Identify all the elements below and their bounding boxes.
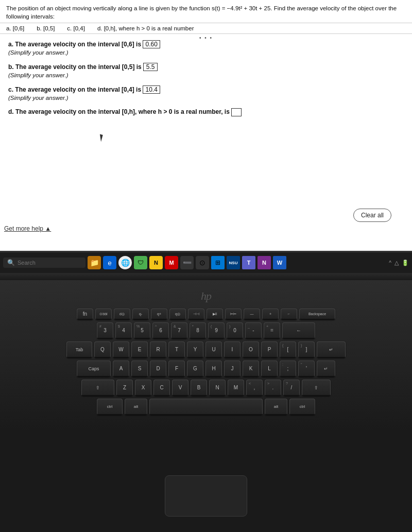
number-row: #3 $4 %5 ^6 &7 *8 (9 )0 _- += ←	[15, 322, 397, 339]
key-f1[interactable]: ⊙bbl	[95, 308, 112, 320]
laptop-bezel	[0, 273, 412, 280]
key-space[interactable]	[149, 399, 263, 415]
key-bracket-l[interactable]: {[	[280, 341, 296, 358]
key-b[interactable]: B	[191, 380, 207, 396]
key-c[interactable]: C	[153, 380, 170, 396]
tray-caret[interactable]: ^	[389, 260, 391, 266]
taskbar-icon-word[interactable]: W	[273, 256, 286, 269]
key-a[interactable]: A	[113, 361, 129, 377]
key-g[interactable]: G	[187, 361, 203, 377]
key-f9[interactable]: —	[244, 308, 260, 320]
taskbar-icon-file[interactable]: 📁	[88, 256, 101, 269]
key-slash[interactable]: ?/	[283, 380, 300, 396]
key-f3[interactable]: q-	[132, 308, 149, 320]
touchpad[interactable]	[165, 475, 247, 517]
key-k[interactable]: K	[243, 361, 259, 377]
key-enter2[interactable]: ↵	[317, 361, 335, 377]
key-r[interactable]: R	[150, 341, 166, 358]
taskbar-icon-teams[interactable]: T	[242, 256, 255, 269]
key-o[interactable]: O	[243, 341, 259, 358]
key-f8[interactable]: ⊢⊢	[225, 308, 242, 320]
key-equals[interactable]: +=	[264, 322, 280, 339]
key-v[interactable]: V	[172, 380, 188, 396]
key-w[interactable]: W	[113, 341, 129, 358]
answer-b-label: b. The average velocity on the interval …	[8, 63, 142, 71]
keyboard-area: hp fn ⊙bbl d◎ q- q+ q◎ ⊣⊣ ▶II ⊢⊢ — + ← B…	[0, 280, 412, 532]
key-f4[interactable]: q+	[151, 308, 167, 320]
answer-c-value[interactable]: 10.4	[143, 85, 160, 94]
key-q[interactable]: Q	[94, 341, 111, 358]
problem-statement: The position of an object moving vertica…	[0, 0, 412, 23]
key-8[interactable]: *8	[190, 322, 206, 339]
key-caps[interactable]: Caps	[77, 361, 111, 377]
key-7[interactable]: &7	[171, 322, 187, 339]
key-f11[interactable]: ←	[281, 308, 297, 320]
key-i[interactable]: I	[224, 341, 241, 358]
key-ctrl-l[interactable]: ctrl	[97, 399, 123, 415]
key-5[interactable]: %5	[134, 322, 150, 339]
key-s[interactable]: S	[131, 361, 148, 377]
key-m[interactable]: M	[228, 380, 244, 396]
taskbar-icon-shield[interactable]: 🛡	[134, 256, 147, 269]
key-backspace[interactable]: ←	[282, 322, 315, 339]
key-d[interactable]: D	[150, 361, 166, 377]
key-3[interactable]: #3	[97, 322, 113, 339]
key-e[interactable]: E	[131, 341, 148, 358]
answer-line-b: b. The average velocity on the interval …	[8, 63, 404, 71]
key-comma[interactable]: <,	[246, 380, 263, 396]
key-0[interactable]: )0	[227, 322, 243, 339]
key-z[interactable]: Z	[116, 380, 133, 396]
key-backspace-top[interactable]: Backspace	[299, 308, 335, 320]
key-p[interactable]: P	[261, 341, 278, 358]
key-6[interactable]: ^6	[152, 322, 169, 339]
key-f5[interactable]: q◎	[169, 308, 186, 320]
taskbar-icon-windows[interactable]: ⊞	[211, 256, 225, 269]
key-period[interactable]: >.	[265, 380, 281, 396]
key-shift-r[interactable]: ⇧	[302, 380, 331, 396]
taskbar-icon-norton[interactable]: N	[149, 256, 163, 269]
key-t[interactable]: T	[168, 341, 185, 358]
key-tab[interactable]: Tab	[66, 341, 92, 358]
key-f6[interactable]: ⊣⊣	[188, 308, 204, 320]
key-f[interactable]: F	[168, 361, 185, 377]
answer-d-input[interactable]	[231, 108, 242, 116]
answer-line-c: c. The average velocity on the interval …	[8, 85, 404, 94]
taskbar-icon-minus[interactable]: ➖	[180, 256, 194, 269]
taskbar-icon-malware[interactable]: M	[165, 256, 178, 269]
key-f7[interactable]: ▶II	[207, 308, 223, 320]
taskbar-icon-nsu[interactable]: NSU	[227, 256, 240, 269]
key-shift-l[interactable]: ⇧	[81, 380, 114, 396]
key-f10[interactable]: +	[262, 308, 279, 320]
key-ctrl-r[interactable]: ctrl	[289, 399, 315, 415]
key-l[interactable]: L	[261, 361, 278, 377]
key-9[interactable]: (9	[208, 322, 225, 339]
search-input[interactable]	[18, 260, 74, 266]
key-u[interactable]: U	[205, 341, 222, 358]
key-n[interactable]: N	[209, 380, 226, 396]
key-bracket-r[interactable]: }]	[298, 341, 315, 358]
key-alt-r[interactable]: alt	[265, 399, 287, 415]
key-quote[interactable]: "'	[298, 361, 315, 377]
key-semicolon[interactable]: :;	[280, 361, 296, 377]
answer-b-value[interactable]: 5.5	[143, 63, 158, 71]
taskbar-icon-chrome[interactable]: 🌐	[118, 256, 132, 269]
key-enter[interactable]: ↵	[317, 341, 346, 358]
key-fn[interactable]: fn	[77, 308, 93, 320]
answer-block-a: a. The average velocity on the interval …	[8, 40, 404, 56]
taskbar-search-area[interactable]: 🔍	[3, 258, 85, 268]
get-more-help-link[interactable]: Get more help ▲	[4, 225, 51, 232]
key-x[interactable]: X	[135, 380, 151, 396]
key-minus[interactable]: _-	[245, 322, 262, 339]
taskbar-icon-edge[interactable]: e	[103, 256, 116, 269]
clear-all-button[interactable]: Clear all	[353, 209, 391, 222]
taskbar-icon-onenote[interactable]: N	[258, 256, 271, 269]
key-h[interactable]: H	[205, 361, 222, 377]
answer-a-value[interactable]: 0.60	[143, 40, 160, 48]
key-y[interactable]: Y	[187, 341, 203, 358]
key-alt-l[interactable]: alt	[125, 399, 147, 415]
answer-c-label: c. The average velocity on the interval …	[8, 86, 141, 93]
key-4[interactable]: $4	[115, 322, 132, 339]
key-j[interactable]: J	[224, 361, 241, 377]
taskbar-icon-circle[interactable]: ⊙	[196, 256, 209, 269]
key-f2[interactable]: d◎	[114, 308, 130, 320]
